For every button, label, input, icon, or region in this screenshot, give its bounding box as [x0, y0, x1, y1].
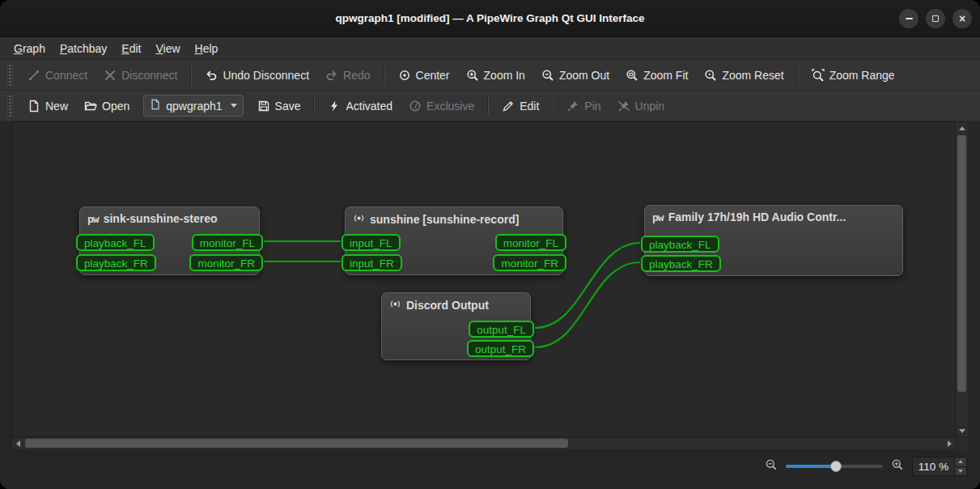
port-output[interactable]: output_FR [467, 340, 534, 357]
disconnect-icon [104, 69, 117, 82]
zoom-slider[interactable] [786, 461, 883, 472]
disconnect-button[interactable]: Disconnect [96, 65, 185, 86]
zoom-in-button[interactable]: Zoom In [459, 65, 532, 86]
statusbar: 110 % [0, 450, 980, 483]
zoom-reset-button[interactable]: Zoom Reset [697, 65, 791, 86]
connect-icon [28, 69, 40, 82]
patchbay-profile-combobox[interactable]: qpwgraph1 [143, 95, 243, 117]
audio-record-icon [353, 212, 365, 227]
toolbar-separator [797, 66, 799, 85]
chevron-down-icon [231, 104, 237, 108]
connect-button[interactable]: Connect [20, 65, 95, 86]
node-title-bar: Discord Output [382, 293, 530, 315]
port-output[interactable]: monitor_FR [189, 254, 263, 271]
toolbar-drag-handle[interactable] [7, 96, 13, 117]
maximize-icon [932, 15, 939, 22]
menu-view[interactable]: View [148, 40, 187, 57]
scroll-left-button[interactable] [12, 437, 23, 449]
node-sink-sunshine-stereo[interactable]: pw sink-sunshine-stereo playback_FL play… [79, 206, 260, 275]
vertical-scrollbar-handle[interactable] [957, 135, 966, 392]
redo-button[interactable]: Redo [318, 65, 377, 86]
port-output[interactable]: monitor_FL [192, 234, 263, 251]
connections-layer [12, 122, 956, 437]
new-file-icon [28, 100, 40, 113]
spin-up-button[interactable] [955, 457, 966, 467]
window-title: qpwgraph1 [modified] — A PipeWire Graph … [335, 12, 644, 24]
arrow-up-icon [959, 126, 965, 130]
horizontal-scrollbar-track[interactable] [23, 437, 944, 449]
zoom-slider-handle[interactable] [830, 461, 842, 472]
toolbar-separator [384, 66, 385, 85]
node-discord-output[interactable]: Discord Output output_FL output_FR [381, 292, 531, 360]
save-icon [257, 100, 270, 113]
arrow-up-icon [958, 460, 963, 463]
menu-edit[interactable]: Edit [114, 40, 148, 57]
port-input[interactable]: playback_FL [76, 234, 155, 251]
titlebar: qpwgraph1 [modified] — A PipeWire Graph … [0, 0, 980, 37]
menu-graph[interactable]: Graph [6, 40, 53, 57]
minimize-button[interactable] [899, 9, 918, 28]
undo-disconnect-button[interactable]: Undo Disconnect [197, 65, 316, 86]
port-input[interactable]: input_FL [342, 234, 401, 251]
toolbar-drag-handle[interactable] [7, 65, 13, 86]
scroll-down-button[interactable] [956, 425, 968, 436]
zoom-out-small-icon[interactable] [765, 458, 778, 474]
port-input[interactable]: playback_FL [641, 236, 719, 253]
new-button[interactable]: New [20, 96, 75, 117]
pencil-icon [502, 100, 515, 113]
pipewire-icon: pw [652, 211, 664, 223]
node-sunshine-record[interactable]: sunshine [sunshine-record] input_FL inpu… [345, 206, 563, 275]
exclusive-icon: f [409, 100, 422, 113]
file-icon [150, 99, 161, 113]
arrow-right-icon [948, 440, 952, 447]
open-button[interactable]: Open [77, 96, 137, 117]
horizontal-scrollbar-handle[interactable] [25, 439, 568, 448]
zoom-fit-button[interactable]: Zoom Fit [618, 65, 695, 86]
close-button[interactable]: × [952, 9, 972, 28]
pin-button[interactable]: Pin [559, 96, 608, 117]
save-button[interactable]: Save [250, 96, 308, 117]
node-family-hd-audio[interactable]: pw Family 17h/19h HD Audio Contr... play… [644, 205, 903, 276]
spin-down-button[interactable] [955, 467, 966, 476]
spinbox-buttons [954, 457, 966, 475]
port-input[interactable]: playback_FR [76, 254, 156, 271]
menubar: Graph Patchbay Edit View Help [0, 37, 980, 60]
window-bottom-edge [0, 483, 980, 489]
zoom-out-icon [541, 69, 554, 82]
zoom-in-small-icon[interactable] [891, 458, 904, 474]
port-input[interactable]: input_FR [342, 254, 402, 271]
menu-help[interactable]: Help [188, 40, 226, 57]
activated-button[interactable]: Activated [320, 96, 400, 117]
pin-icon [566, 100, 579, 113]
zoom-range-icon [812, 69, 825, 82]
scroll-up-button[interactable] [956, 122, 968, 134]
vertical-scrollbar[interactable] [956, 121, 969, 437]
toolbar-separator [313, 96, 315, 116]
zoom-reset-icon [704, 69, 717, 82]
center-button[interactable]: Center [391, 65, 457, 86]
unpin-button[interactable]: Unpin [610, 96, 672, 117]
zoom-value[interactable]: 110 % [913, 457, 954, 475]
port-input[interactable]: playback_FR [641, 255, 721, 272]
menu-patchbay[interactable]: Patchbay [53, 40, 114, 57]
node-title: Family 17h/19h HD Audio Contr... [668, 210, 846, 223]
audio-record-icon [389, 298, 401, 313]
edit-button[interactable]: Edit [494, 96, 546, 117]
port-output[interactable]: monitor_FR [493, 254, 566, 271]
zoom-range-button[interactable]: Zoom Range [804, 65, 902, 86]
exclusive-button[interactable]: f Exclusive [401, 96, 482, 117]
combobox-value: qpwgraph1 [166, 100, 222, 113]
zoom-out-button[interactable]: Zoom Out [534, 65, 617, 86]
zoom-in-icon [466, 69, 479, 82]
port-output[interactable]: output_FL [469, 321, 534, 338]
port-output[interactable]: monitor_FL [495, 234, 566, 251]
zoom-spinbox[interactable]: 110 % [912, 457, 967, 476]
vertical-scrollbar-track[interactable] [956, 134, 968, 425]
node-title: sink-sunshine-stereo [104, 212, 218, 225]
close-icon: × [959, 13, 965, 24]
horizontal-scrollbar[interactable] [11, 437, 956, 450]
scrollbar-corner [956, 437, 969, 450]
scroll-right-button[interactable] [944, 437, 955, 449]
graph-canvas[interactable]: pw sink-sunshine-stereo playback_FL play… [11, 121, 956, 437]
maximize-button[interactable] [926, 9, 945, 28]
